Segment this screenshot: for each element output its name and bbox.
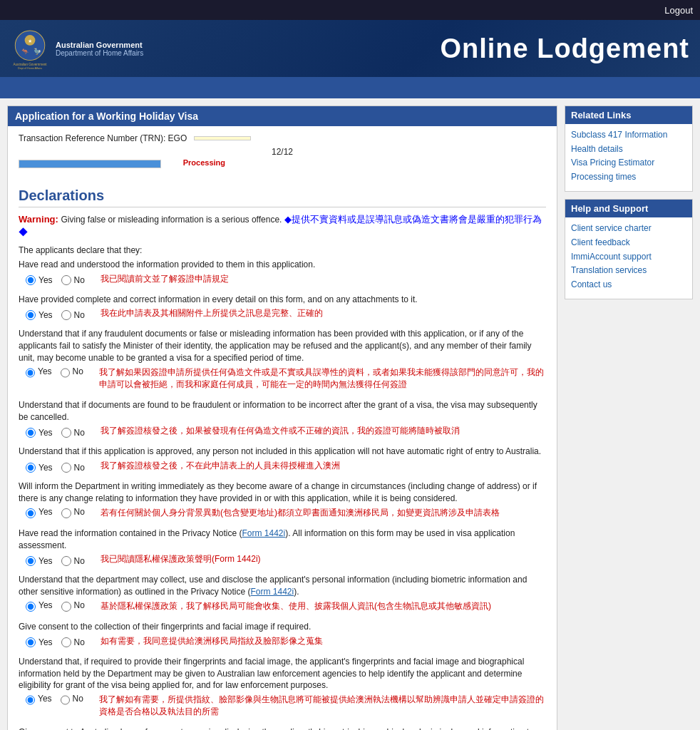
sidebar: Related Links Subclass 417 Information H… — [565, 106, 693, 307]
declaration-item-1: Have read and understood the information… — [19, 259, 546, 288]
declaration-item-5: Understand that if this application is a… — [19, 446, 546, 475]
decl-text-2: Have provided complete and correct infor… — [19, 294, 546, 306]
related-links-title: Related Links — [565, 106, 692, 124]
decl-10-yes-label: Yes — [38, 694, 52, 704]
decl-text-10: Understand that, if required to provide … — [19, 656, 546, 692]
decl-10-no-radio[interactable] — [61, 695, 70, 705]
help-link-0[interactable]: Client service charter — [571, 223, 686, 235]
logout-link[interactable]: Logout — [664, 5, 693, 16]
help-support-content: Client service charter Client feedback I… — [565, 217, 692, 299]
declaration-item-8: Understand that the department may colle… — [19, 574, 546, 615]
decl-7-chinese: 我已閱讀隱私權保護政策聲明(Form 1442i) — [93, 553, 261, 565]
decl-7-yes-radio[interactable] — [26, 556, 36, 566]
decl-7-no-radio[interactable] — [61, 556, 71, 566]
decl-1-yes-radio[interactable] — [26, 275, 36, 285]
decl-2-yes-radio[interactable] — [26, 310, 36, 320]
decl-2-yes-label: Yes — [38, 310, 53, 320]
svg-text:🦤: 🦤 — [34, 48, 41, 56]
svg-text:🦘: 🦘 — [21, 48, 29, 56]
help-support-title: Help and Support — [565, 200, 692, 217]
decl-9-chinese: 如有需要，我同意提供給澳洲移民局指紋及臉部影像之蒐集 — [93, 635, 323, 647]
decl-6-chinese: 若有任何關於個人身分背景異動(包含變更地址)都須立即書面通知澳洲移民局，如變更資… — [93, 507, 500, 519]
decl-6-yes-label: Yes — [38, 507, 53, 517]
progress-bar-fill — [19, 160, 160, 168]
declaration-item-10: Understand that, if required to provide … — [19, 656, 546, 721]
decl-3-yes-radio[interactable] — [26, 368, 35, 378]
related-links-box: Related Links Subclass 417 Information H… — [565, 106, 693, 192]
app-title: Application for a Working Holiday Visa — [8, 106, 557, 126]
decl-3-no-radio[interactable] — [61, 368, 70, 378]
declaration-item-4: Understand that if documents are found t… — [19, 399, 546, 441]
help-link-1[interactable]: Client feedback — [571, 237, 686, 249]
related-link-1[interactable]: Health details — [571, 144, 686, 155]
trn-label: Transaction Reference Number (TRN): EGO — [19, 133, 187, 143]
decl-1-yes-label: Yes — [38, 275, 53, 285]
form-1442i-link-1[interactable]: Form 1442i — [242, 528, 286, 538]
declaration-item-11: Give consent to Australian law enforceme… — [19, 726, 546, 730]
decl-2-no-radio[interactable] — [61, 310, 71, 320]
main-content: Application for a Working Holiday Visa T… — [7, 106, 557, 730]
decl-text-6: Will inform the Department in writing im… — [19, 480, 546, 505]
decl-2-no-label: No — [74, 310, 85, 320]
decl-text-4: Understand that if documents are found t… — [19, 399, 546, 423]
declarations-title: Declarations — [19, 187, 546, 207]
form-1442i-link-2[interactable]: Form 1442i — [250, 587, 294, 597]
help-link-2[interactable]: ImmiAccount support — [571, 252, 686, 263]
decl-4-no-label: No — [74, 428, 85, 438]
svg-text:Australian Government: Australian Government — [13, 63, 47, 66]
decl-10-yes-radio[interactable] — [26, 695, 35, 705]
decl-text-5: Understand that if this application is a… — [19, 446, 546, 458]
applicants-declare-text: The applicants declare that they: — [19, 245, 546, 257]
declaration-item-7: Have read the information contained in t… — [19, 528, 546, 569]
trn-row: Transaction Reference Number (TRN): EGO — [19, 133, 546, 143]
decl-2-chinese: 我在此申請表及其相關附件上所提供之訊息是完整、正確的 — [93, 307, 323, 319]
decl-5-yes-label: Yes — [38, 463, 53, 473]
trn-value — [194, 136, 251, 140]
decl-7-no-label: No — [74, 556, 85, 566]
page-title: Online Lodgement — [440, 34, 689, 64]
progress-text: 12/12 — [19, 147, 546, 157]
decl-9-yes-radio[interactable] — [26, 637, 36, 647]
decl-9-yes-label: Yes — [38, 637, 53, 647]
decl-3-no-label: No — [73, 366, 83, 376]
related-link-2[interactable]: Visa Pricing Estimator — [571, 158, 686, 169]
header-logo: ★ 🦘 🦤 Australian Government Dept of Home… — [11, 27, 143, 70]
header: ★ 🦘 🦤 Australian Government Dept of Home… — [0, 20, 700, 77]
decl-5-yes-radio[interactable] — [26, 463, 36, 473]
declaration-item-3: Understand that if any fraudulent docume… — [19, 328, 546, 393]
decl-1-no-radio[interactable] — [61, 275, 71, 285]
decl-text-1: Have read and understood the information… — [19, 259, 546, 271]
help-link-3[interactable]: Translation services — [571, 265, 686, 277]
decl-8-chinese: 基於隱私權保護政策，我了解移民局可能會收集、使用、披露我個人資訊(包含生物訊息或… — [93, 600, 491, 612]
declaration-item-6: Will inform the Department in writing im… — [19, 480, 546, 522]
svg-text:★: ★ — [28, 38, 32, 44]
declaration-item-2: Have provided complete and correct infor… — [19, 294, 546, 323]
decl-4-yes-radio[interactable] — [26, 428, 36, 438]
decl-6-no-radio[interactable] — [61, 508, 71, 518]
decl-1-no-label: No — [74, 275, 85, 285]
decl-8-yes-radio[interactable] — [26, 602, 36, 612]
related-link-0[interactable]: Subclass 417 Information — [571, 130, 686, 141]
decl-text-9: Give consent to the collection of their … — [19, 621, 546, 633]
decl-text-7: Have read the information contained in t… — [19, 528, 546, 552]
decl-text-8: Understand that the department may colle… — [19, 574, 546, 598]
svg-text:Dept of Home Affairs: Dept of Home Affairs — [18, 67, 42, 70]
warning-main-text: Giving false or misleading information i… — [61, 215, 282, 225]
decl-9-no-label: No — [74, 637, 85, 647]
decl-8-yes-label: Yes — [38, 600, 53, 610]
decl-8-no-label: No — [74, 600, 85, 610]
decl-8-no-radio[interactable] — [61, 602, 71, 612]
help-link-4[interactable]: Contact us — [571, 279, 686, 291]
decl-9-no-radio[interactable] — [61, 637, 71, 647]
declaration-item-9: Give consent to the collection of their … — [19, 621, 546, 650]
decl-5-no-radio[interactable] — [61, 463, 71, 473]
decl-4-yes-label: Yes — [38, 428, 53, 438]
decl-text-11: Give consent to Australian law enforceme… — [19, 726, 546, 730]
related-link-3[interactable]: Processing times — [571, 172, 686, 183]
progress-bar — [19, 160, 161, 168]
logo-icon: ★ 🦘 🦤 Australian Government Dept of Home… — [11, 27, 50, 70]
decl-3-yes-label: Yes — [38, 366, 52, 376]
decl-4-no-radio[interactable] — [61, 428, 71, 438]
help-support-box: Help and Support Client service charter … — [565, 199, 693, 299]
decl-6-yes-radio[interactable] — [26, 508, 36, 518]
